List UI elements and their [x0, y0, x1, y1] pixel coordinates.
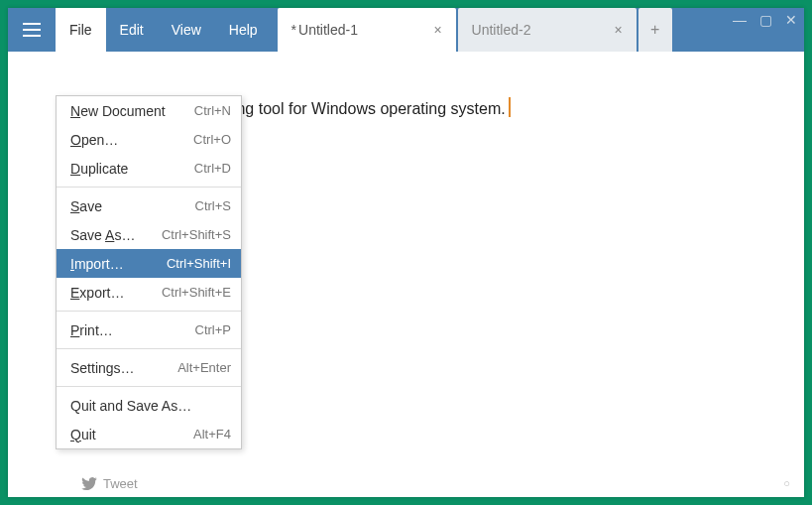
shortcut-label: Ctrl+Shift+I — [167, 256, 231, 271]
menu-file[interactable]: File — [56, 8, 106, 52]
editor-text: diting tool for Windows operating system… — [216, 97, 511, 118]
shortcut-label: Ctrl+O — [193, 132, 231, 147]
menu-item-save[interactable]: Save Ctrl+S — [57, 191, 241, 220]
menu-button[interactable] — [8, 8, 56, 52]
tab-untitled-1[interactable]: * Untitled-1 × — [278, 8, 456, 52]
menu-separator — [57, 187, 241, 188]
twitter-icon — [81, 477, 97, 490]
footer: Tweet ○ — [8, 469, 804, 497]
menu-item-save-as[interactable]: Save As… Ctrl+Shift+S — [57, 220, 241, 249]
dirty-indicator: * — [291, 23, 296, 37]
file-menu-dropdown: New Document Ctrl+N Open… Ctrl+O Duplica… — [56, 95, 242, 449]
tabstrip: * Untitled-1 × Untitled-2 × + — [278, 8, 672, 52]
close-icon[interactable]: × — [610, 22, 626, 38]
new-tab-button[interactable]: + — [638, 8, 672, 52]
menu-item-export[interactable]: Export… Ctrl+Shift+E — [57, 278, 241, 307]
close-icon[interactable]: × — [429, 22, 445, 38]
shortcut-label: Ctrl+D — [194, 161, 231, 176]
menu-item-quit-and-save-as[interactable]: Quit and Save As… — [57, 391, 241, 420]
shortcut-label: Ctrl+Shift+E — [162, 285, 231, 300]
menu-help[interactable]: Help — [215, 8, 272, 52]
titlebar: File Edit View Help * Untitled-1 × Untit… — [8, 8, 804, 52]
close-button[interactable]: ✕ — [784, 12, 798, 28]
menu-item-new-document[interactable]: New Document Ctrl+N — [57, 96, 241, 125]
text-cursor — [509, 97, 511, 117]
shortcut-label: Ctrl+P — [195, 322, 231, 337]
menu-view[interactable]: View — [158, 8, 215, 52]
app-window: File Edit View Help * Untitled-1 × Untit… — [8, 8, 804, 497]
menu-item-open[interactable]: Open… Ctrl+O — [57, 125, 241, 154]
menu-item-import[interactable]: Import… Ctrl+Shift+I — [57, 249, 241, 278]
shortcut-label: Alt+F4 — [193, 427, 231, 442]
editor-area[interactable]: diting tool for Windows operating system… — [8, 52, 804, 469]
menu-item-settings[interactable]: Settings… Alt+Enter — [57, 353, 241, 382]
menu-edit[interactable]: Edit — [106, 8, 158, 52]
shortcut-label: Ctrl+N — [194, 103, 231, 118]
hamburger-icon — [23, 23, 41, 37]
menu-separator — [57, 348, 241, 349]
shortcut-label: Ctrl+S — [195, 198, 231, 213]
tweet-label: Tweet — [103, 476, 138, 491]
shortcut-label: Alt+Enter — [177, 360, 231, 375]
menu-item-duplicate[interactable]: Duplicate Ctrl+D — [57, 154, 241, 183]
tab-title: Untitled-2 — [472, 22, 611, 38]
window-controls: — ▢ ✕ — [733, 12, 798, 28]
minimize-button[interactable]: — — [733, 12, 747, 28]
menu-item-print[interactable]: Print… Ctrl+P — [57, 316, 241, 344]
tweet-link[interactable]: Tweet — [81, 476, 138, 491]
menu-separator — [57, 386, 241, 387]
status-indicator: ○ — [783, 477, 790, 489]
shortcut-label: Ctrl+Shift+S — [162, 227, 231, 242]
menubar: File Edit View Help — [56, 8, 272, 52]
menu-separator — [57, 311, 241, 312]
menu-item-quit[interactable]: Quit Alt+F4 — [57, 420, 241, 448]
tab-title: Untitled-1 — [298, 22, 429, 38]
maximize-button[interactable]: ▢ — [758, 12, 772, 28]
tab-untitled-2[interactable]: Untitled-2 × — [458, 8, 637, 52]
